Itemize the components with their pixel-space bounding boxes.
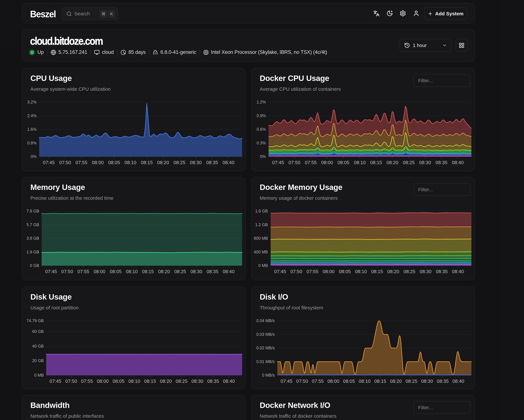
svg-text:08:40: 08:40: [452, 269, 464, 274]
svg-text:08:25: 08:25: [176, 378, 188, 384]
svg-text:800 MB: 800 MB: [254, 236, 268, 240]
svg-text:08:30: 08:30: [421, 378, 433, 384]
svg-text:08:05: 08:05: [339, 269, 351, 274]
svg-text:07:55: 07:55: [75, 160, 87, 165]
svg-text:08:40: 08:40: [452, 160, 464, 165]
svg-text:08:10: 08:10: [359, 378, 371, 384]
svg-text:08:10: 08:10: [354, 160, 366, 165]
svg-text:08:30: 08:30: [191, 269, 202, 274]
svg-text:08:05: 08:05: [110, 269, 122, 274]
svg-text:07:50: 07:50: [61, 269, 73, 274]
svg-text:07:45: 07:45: [281, 378, 293, 384]
svg-text:08:35: 08:35: [437, 378, 449, 384]
svg-text:08:20: 08:20: [386, 160, 398, 165]
svg-text:08:00: 08:00: [97, 378, 109, 384]
svg-text:08:35: 08:35: [436, 160, 447, 165]
svg-text:0.8%: 0.8%: [27, 141, 37, 145]
svg-text:07:45: 07:45: [45, 269, 57, 274]
svg-text:08:20: 08:20: [160, 378, 172, 384]
svg-text:07:50: 07:50: [296, 378, 308, 384]
svg-text:08:05: 08:05: [113, 378, 125, 384]
svg-text:08:15: 08:15: [370, 160, 382, 165]
svg-text:08:10: 08:10: [124, 160, 136, 165]
svg-text:08:00: 08:00: [92, 160, 104, 165]
svg-text:20 GB: 20 GB: [32, 358, 44, 363]
svg-text:08:00: 08:00: [328, 378, 340, 384]
svg-text:08:15: 08:15: [144, 378, 156, 384]
svg-text:08:10: 08:10: [128, 378, 140, 384]
svg-text:08:25: 08:25: [406, 378, 418, 384]
svg-text:08:15: 08:15: [141, 160, 153, 165]
svg-text:08:20: 08:20: [390, 378, 402, 384]
svg-text:08:30: 08:30: [420, 269, 432, 274]
svg-text:08:05: 08:05: [337, 160, 349, 165]
svg-text:08:05: 08:05: [343, 378, 355, 384]
svg-text:07:55: 07:55: [306, 269, 319, 274]
svg-text:07:45: 07:45: [274, 269, 286, 274]
svg-text:1.2 GB: 1.2 GB: [255, 222, 268, 227]
svg-text:08:05: 08:05: [108, 160, 120, 165]
svg-text:0.03 MB/s: 0.03 MB/s: [256, 332, 275, 337]
svg-text:08:15: 08:15: [374, 378, 386, 384]
svg-text:0.6%: 0.6%: [257, 127, 266, 132]
svg-text:07:50: 07:50: [290, 269, 302, 274]
svg-text:3.2%: 3.2%: [27, 100, 37, 104]
svg-text:0 MB: 0 MB: [258, 263, 268, 268]
svg-text:0.02 MB/s: 0.02 MB/s: [256, 346, 275, 350]
svg-text:400 MB: 400 MB: [254, 250, 268, 254]
svg-text:0.01 MB/s: 0.01 MB/s: [256, 359, 275, 364]
svg-text:60 GB: 60 GB: [32, 329, 44, 334]
svg-text:08:15: 08:15: [142, 269, 154, 274]
svg-text:0 GB: 0 GB: [30, 263, 39, 268]
svg-text:08:25: 08:25: [403, 160, 415, 165]
svg-text:0 MB: 0 MB: [34, 373, 44, 378]
svg-text:07:45: 07:45: [272, 160, 284, 165]
svg-text:0.9%: 0.9%: [257, 113, 266, 118]
svg-text:2.4%: 2.4%: [27, 113, 37, 118]
svg-text:08:35: 08:35: [207, 269, 218, 274]
svg-text:1.9 GB: 1.9 GB: [26, 250, 39, 254]
svg-text:08:40: 08:40: [223, 378, 235, 384]
svg-text:40 GB: 40 GB: [32, 344, 44, 348]
svg-text:0 MB/s: 0 MB/s: [262, 373, 275, 378]
svg-text:08:35: 08:35: [206, 160, 218, 165]
svg-text:0.3%: 0.3%: [257, 141, 266, 145]
svg-text:08:35: 08:35: [436, 269, 448, 274]
svg-text:08:00: 08:00: [323, 269, 335, 274]
svg-text:07:55: 07:55: [81, 378, 93, 384]
svg-text:3.8 GB: 3.8 GB: [26, 236, 39, 240]
svg-text:08:25: 08:25: [174, 269, 186, 274]
svg-text:7.6 GB: 7.6 GB: [26, 209, 39, 213]
svg-text:1.2%: 1.2%: [257, 100, 266, 104]
svg-text:0%: 0%: [31, 154, 37, 159]
svg-text:08:15: 08:15: [371, 269, 383, 274]
svg-text:74.79 GB: 74.79 GB: [26, 318, 44, 323]
svg-text:08:00: 08:00: [321, 160, 333, 165]
svg-text:08:40: 08:40: [453, 378, 464, 384]
svg-text:0%: 0%: [260, 154, 266, 159]
svg-text:07:45: 07:45: [43, 160, 55, 165]
svg-text:08:10: 08:10: [355, 269, 367, 274]
svg-text:07:55: 07:55: [78, 269, 89, 274]
svg-text:1.6%: 1.6%: [27, 127, 37, 132]
svg-text:08:25: 08:25: [174, 160, 185, 165]
svg-text:08:30: 08:30: [419, 160, 431, 165]
svg-text:08:00: 08:00: [94, 269, 105, 274]
svg-text:08:20: 08:20: [157, 160, 169, 165]
svg-text:5.7 GB: 5.7 GB: [26, 222, 39, 227]
svg-text:08:20: 08:20: [158, 269, 170, 274]
svg-text:07:50: 07:50: [59, 160, 71, 165]
svg-text:0.04 MB/s: 0.04 MB/s: [256, 318, 275, 323]
svg-text:07:50: 07:50: [288, 160, 300, 165]
svg-text:07:55: 07:55: [305, 160, 317, 165]
svg-text:08:20: 08:20: [387, 269, 399, 274]
svg-text:08:10: 08:10: [126, 269, 138, 274]
svg-text:08:40: 08:40: [222, 160, 234, 165]
svg-text:1.6 GB: 1.6 GB: [255, 209, 268, 213]
svg-text:07:50: 07:50: [65, 378, 77, 384]
svg-text:08:25: 08:25: [403, 269, 415, 274]
svg-text:07:55: 07:55: [312, 378, 324, 384]
svg-text:08:30: 08:30: [192, 378, 203, 384]
svg-text:08:35: 08:35: [207, 378, 219, 384]
svg-text:08:40: 08:40: [223, 269, 235, 274]
